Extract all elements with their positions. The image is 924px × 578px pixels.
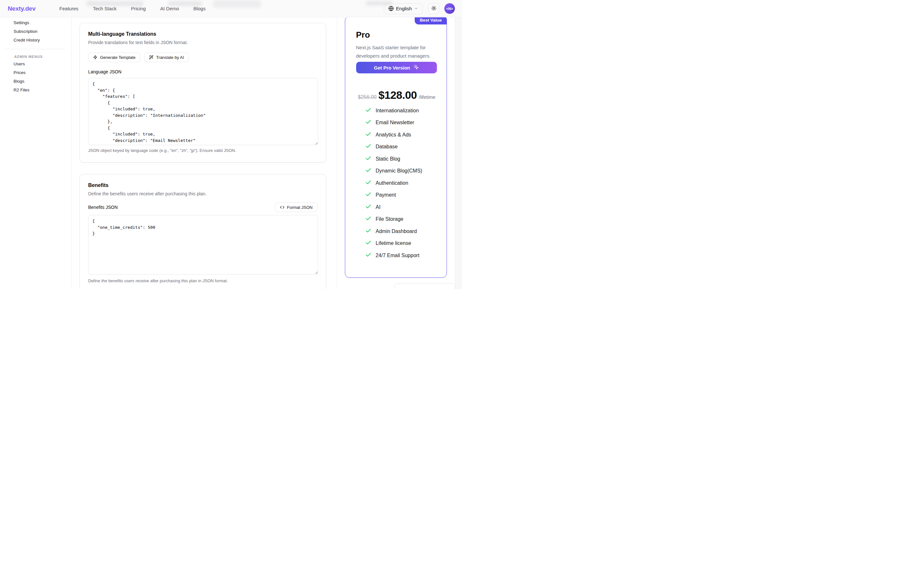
- plan-feature: Lifetime license: [365, 237, 437, 250]
- card-subtitle: Provide translations for text fields in …: [88, 40, 318, 45]
- brand-logo[interactable]: Nexty.dev: [8, 5, 36, 12]
- nav-link[interactable]: AI Demo: [160, 6, 179, 11]
- translation-actions: Generate Template Translate by AI: [88, 52, 318, 62]
- sidebar-item[interactable]: Settings: [0, 18, 71, 27]
- sidebar-divider: [5, 49, 65, 49]
- plan-feature: Authentication: [365, 177, 437, 189]
- benefits-json-helper: Define the benefits users receive after …: [88, 278, 318, 284]
- cta-label: Get Pro Version: [374, 65, 410, 70]
- check-icon: [365, 107, 371, 115]
- plan-name: Pro: [356, 30, 437, 40]
- translations-card: Multi-language Translations Provide tran…: [79, 23, 326, 162]
- sidebar-item[interactable]: R2 Files: [0, 86, 71, 94]
- page-right-gutter: [455, 0, 462, 289]
- benefits-card: Benefits Define the benefits users recei…: [79, 174, 326, 289]
- plan-feature-label: Admin Dashboard: [376, 229, 417, 234]
- header-actions: English <N>: [384, 3, 455, 14]
- language-json-helper: JSON object keyed by language code (e.g.…: [88, 148, 318, 153]
- sidebar-item[interactable]: Blogs: [0, 77, 71, 86]
- get-pro-version-button[interactable]: Get Pro Version: [356, 62, 437, 73]
- benefits-json-label: Benefits JSON: [88, 205, 118, 210]
- current-price: $128.00: [378, 89, 417, 101]
- plan-feature: Static Blog: [365, 153, 437, 165]
- plan-description: Next.js SaaS starter template for develo…: [356, 44, 437, 60]
- plan-feature-label: Lifetime license: [376, 240, 411, 246]
- plan-feature: AI: [365, 201, 437, 213]
- price-period: /lifetime: [419, 94, 436, 100]
- chevron-down-icon: [414, 6, 418, 11]
- check-icon: [365, 143, 371, 151]
- plan-feature: Analytics & Ads: [365, 129, 437, 141]
- user-avatar[interactable]: <N>: [444, 3, 455, 14]
- plan-feature-label: Internationalization: [376, 108, 419, 114]
- nav-link[interactable]: Features: [60, 6, 78, 11]
- wand-sparkles-icon: [149, 55, 154, 60]
- card-subtitle: Define the benefits users receive after …: [88, 191, 318, 196]
- plan-feature: File Storage: [365, 213, 437, 226]
- benefits-label-row: Benefits JSON Format JSON: [88, 203, 318, 212]
- check-icon: [365, 215, 371, 223]
- top-navbar: Nexty.dev FeaturesTech StackPricingAI De…: [0, 0, 462, 17]
- check-icon: [365, 191, 371, 199]
- page: Nexty.dev FeaturesTech StackPricingAI De…: [0, 0, 462, 289]
- sidebar-item[interactable]: Subscription: [0, 27, 71, 36]
- sidebar-section-label: ADMIN MENUS: [14, 55, 71, 58]
- generate-template-button[interactable]: Generate Template: [88, 52, 140, 62]
- theme-toggle-button[interactable]: [428, 3, 439, 14]
- pricing-preview-card: Best Value Pro Next.js SaaS starter temp…: [345, 16, 447, 278]
- original-price: $256.00: [358, 94, 377, 100]
- globe-icon: [388, 6, 394, 11]
- format-json-button[interactable]: Format JSON: [275, 203, 317, 212]
- check-icon: [365, 203, 371, 211]
- plan-feature-label: 24/7 Email Support: [376, 253, 420, 258]
- nav-link[interactable]: Blogs: [193, 6, 206, 11]
- plan-feature: 24/7 Email Support: [365, 249, 437, 261]
- plan-feature-list: Internationalization Email Newsletter: [356, 105, 437, 261]
- check-icon: [365, 179, 371, 187]
- language-json-textarea[interactable]: { "en": { "features": [ { "included": tr…: [88, 78, 318, 145]
- translate-by-ai-label: Translate by AI: [156, 55, 184, 60]
- plan-feature-label: Dynamic Blog(CMS): [376, 168, 422, 174]
- plan-feature: Dynamic Blog(CMS): [365, 165, 437, 177]
- plan-feature: Database: [365, 141, 437, 153]
- main-nav: FeaturesTech StackPricingAI DemoBlogs: [60, 6, 206, 11]
- plan-feature-label: Email Newsletter: [376, 120, 414, 125]
- plan-feature: Email Newsletter: [365, 117, 437, 129]
- nav-link[interactable]: Pricing: [131, 6, 146, 11]
- sidebar: SettingsSubscriptionCredit History ADMIN…: [0, 17, 71, 289]
- language-label: English: [396, 6, 412, 11]
- price-row: $256.00 $128.00 /lifetime: [358, 89, 437, 101]
- translate-by-ai-button[interactable]: Translate by AI: [144, 52, 188, 62]
- card-title: Benefits: [88, 182, 318, 188]
- code-icon: [280, 205, 284, 209]
- sidebar-item[interactable]: Prices: [0, 68, 71, 77]
- benefits-json-textarea[interactable]: { "one_time_credits": 500 }: [88, 215, 318, 274]
- card-title: Multi-language Translations: [88, 31, 318, 37]
- plan-feature-label: Database: [376, 144, 398, 149]
- blurred-scroll-content: [168, 1, 202, 6]
- sidebar-admin-menu: UsersPricesBlogsR2 Files: [0, 60, 71, 94]
- plan-feature-label: Analytics & Ads: [376, 132, 411, 138]
- sidebar-item[interactable]: Credit History: [0, 36, 71, 44]
- plan-feature: Internationalization: [365, 105, 437, 117]
- sidebar-user-menu: SettingsSubscriptionCredit History: [0, 18, 71, 44]
- blurred-scroll-content: [213, 0, 261, 8]
- plan-feature: Admin Dashboard: [365, 225, 437, 237]
- plan-feature: Payment: [365, 189, 437, 201]
- plan-feature-label: File Storage: [376, 216, 404, 222]
- blurred-scroll-content: [365, 1, 392, 5]
- language-json-label: Language JSON: [88, 69, 318, 75]
- sun-icon: [431, 5, 436, 12]
- check-icon: [365, 119, 371, 127]
- plan-feature-label: Static Blog: [376, 156, 400, 162]
- sidebar-item[interactable]: Users: [0, 60, 71, 68]
- content-column-divider: [337, 17, 337, 289]
- check-icon: [365, 252, 371, 260]
- blurred-scroll-content: [86, 1, 143, 6]
- zap-icon: [93, 55, 97, 60]
- check-icon: [365, 227, 371, 235]
- pricing-content: Pro Next.js SaaS starter template for de…: [345, 16, 447, 261]
- nav-link[interactable]: Tech Stack: [93, 6, 117, 11]
- plan-feature-label: Payment: [376, 192, 396, 198]
- check-icon: [365, 155, 371, 163]
